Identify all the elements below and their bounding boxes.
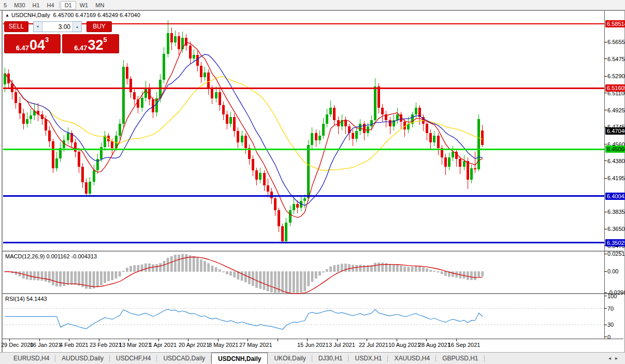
- timeframe-button-m30[interactable]: M30: [10, 2, 28, 9]
- timeframe-button-h4[interactable]: H4: [43, 2, 58, 9]
- price-level-label: 6.45060: [605, 145, 625, 153]
- symbol-tab-usdcnh[interactable]: USDCNH,Daily: [211, 353, 268, 364]
- chart-info-line[interactable]: ▲USDCNH,Daily 6.45700 6.47169 6.45249 6.…: [5, 12, 140, 18]
- chart-window: [2, 10, 625, 353]
- rsi-axis-label: 0: [607, 334, 611, 341]
- buy-button[interactable]: BUY: [86, 21, 112, 32]
- collapse-arrow-icon[interactable]: ▲: [5, 13, 9, 18]
- price-tick-label: 6.49250: [607, 107, 625, 114]
- rsi-axis-label: 30: [607, 322, 614, 328]
- date-tick-label: 27 May 2021: [239, 342, 272, 348]
- timeframe-toolbar: 5M30H1H4D1W1MN: [0, 0, 625, 11]
- symbol-tab-eurusd[interactable]: EURUSD,H4: [7, 353, 55, 364]
- symbol-tab-gbpusd[interactable]: GBPUSD,H1: [436, 353, 484, 364]
- date-tick-label: 8 May 2021: [209, 342, 238, 348]
- price-tick-label: 6.52900: [607, 73, 625, 80]
- timeframe-button-d1[interactable]: D1: [61, 1, 76, 10]
- buy-price-sup: 5: [104, 36, 107, 43]
- date-tick-label: 13 Mar 2021: [119, 342, 151, 348]
- price-tick-label: 6.54750: [607, 56, 625, 63]
- price-tick-label: 6.38350: [607, 209, 625, 215]
- trading-platform: 5M30H1H4D1W1MN ▲USDCNH,Daily 6.45700 6.4…: [0, 0, 625, 364]
- rsi-axis-label: 100: [607, 293, 617, 300]
- date-tick-label: 28 Aug 2021: [418, 342, 450, 348]
- symbol-tab-bar: EURUSD,H4AUDUSD,DailyUSDCHF,H4USDCAD,Dai…: [0, 352, 625, 364]
- symbol-tab-dj30[interactable]: DJ30,H1: [312, 353, 349, 364]
- sell-button[interactable]: SELL: [4, 21, 28, 32]
- rsi-axis-label: 70: [607, 305, 614, 312]
- volume-increase-button[interactable]: ▲: [72, 22, 81, 32]
- date-tick-label: 22 Jul 2021: [359, 342, 388, 348]
- price-level-label: 6.58514: [605, 20, 625, 27]
- sell-price-box[interactable]: 6.47 04 3: [4, 34, 61, 53]
- sell-price-prefix: 6.47: [16, 44, 29, 52]
- date-tick-label: 1 Apr 2021: [149, 342, 177, 348]
- buy-price-main: 32: [88, 38, 104, 52]
- symbol-tab-usdchf[interactable]: USDCHF,H4: [110, 353, 157, 364]
- symbol-tab-audusd[interactable]: AUDUSD,Daily: [55, 353, 110, 364]
- pane-separator-macd[interactable]: [2, 251, 623, 252]
- buy-price-prefix: 6.47: [74, 44, 87, 52]
- timeframe-button-h1[interactable]: H1: [29, 2, 43, 9]
- volume-stepper: ▼ ▲: [33, 21, 82, 32]
- date-tick-label: 16 Jan 2021: [30, 342, 62, 348]
- price-tick-label: 6.43800: [607, 158, 625, 165]
- date-tick-label: 15 Jun 2021: [297, 342, 329, 348]
- toolbar-separator: [59, 2, 60, 8]
- one-click-trade-panel: SELL ▼ ▲ BUY 6.47 04 3 6.47 32 5: [4, 21, 119, 53]
- timeframe-button-w1[interactable]: W1: [76, 2, 92, 9]
- sell-price-sup: 3: [45, 36, 49, 43]
- price-axis-border: [604, 11, 605, 339]
- price-level-label: 6.47040: [605, 127, 625, 135]
- timeframe-button-mn[interactable]: MN: [92, 2, 108, 9]
- pane-separator-rsi[interactable]: [2, 293, 623, 294]
- volume-input[interactable]: [42, 22, 72, 32]
- symbol-tab-usdcad[interactable]: USDCAD,Daily: [157, 353, 211, 364]
- date-tick-label: 29 Dec 2020: [1, 342, 33, 348]
- info-symbol: USDCNH,Daily: [11, 12, 50, 18]
- macd-label: MACD(12,26,9) 0.001162 -0.004313: [5, 253, 97, 259]
- macd-axis-label: 0.025108: [607, 251, 625, 257]
- price-tick-label: 6.56550: [607, 39, 625, 46]
- date-tick-label: 10 Aug 2021: [388, 342, 420, 348]
- price-level-label: 6.40042: [605, 193, 625, 200]
- sell-price-main: 04: [30, 38, 45, 52]
- date-axis-border: [2, 339, 623, 339]
- symbol-tab-xauusd[interactable]: XAUUSD,H4: [388, 353, 436, 364]
- buy-price-box[interactable]: 6.47 32 5: [62, 34, 119, 53]
- macd-axis-label: 0.00: [607, 268, 618, 275]
- symbol-tab-ukoil[interactable]: UKOil,Daily: [268, 353, 312, 364]
- date-tick-label: 20 Apr 2021: [179, 342, 209, 348]
- volume-decrease-button[interactable]: ▼: [34, 22, 42, 32]
- price-tick-label: 6.36500: [607, 226, 625, 232]
- rsi-label: RSI(14) 54.1443: [5, 296, 47, 302]
- timeframe-button-5[interactable]: 5: [0, 2, 10, 9]
- tab-scroll-arrows: ◂▸: [608, 355, 622, 361]
- date-tick-label: 4 Feb 2021: [60, 342, 89, 348]
- symbol-tab-usdx[interactable]: USDX,H1: [348, 353, 388, 364]
- price-level-label: 6.51605: [605, 84, 625, 92]
- tab-scroll-left-icon[interactable]: ◂: [608, 355, 615, 361]
- date-tick-label: 23 Feb 2021: [90, 342, 122, 348]
- date-tick-label: 3 Jul 2021: [329, 342, 355, 348]
- info-ohlc: 6.45700 6.47169 6.45249 6.47040: [53, 12, 140, 18]
- price-level-label: 6.35025: [605, 239, 625, 246]
- date-tick-label: 16 Sep 2021: [448, 342, 480, 348]
- tab-scroll-right-icon[interactable]: ▸: [615, 355, 622, 361]
- price-tick-label: 6.41950: [607, 175, 625, 182]
